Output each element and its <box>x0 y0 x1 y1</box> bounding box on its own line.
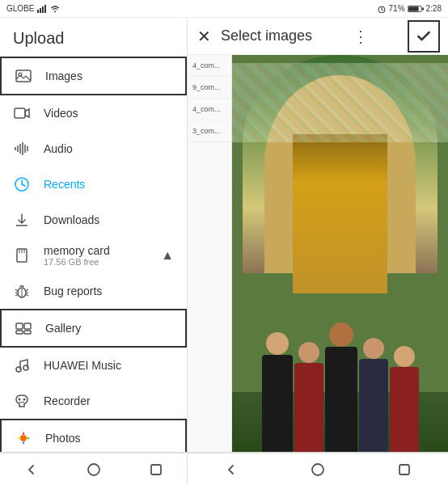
bottom-nav-left <box>0 453 188 485</box>
menu-item-huawei-music[interactable]: HUAWEI Music <box>0 348 187 383</box>
menu-item-audio[interactable]: Audio <box>0 131 187 167</box>
svg-rect-3 <box>44 5 46 13</box>
gallery-icon <box>15 319 32 337</box>
person-5-body <box>390 367 419 452</box>
confirm-button[interactable] <box>409 22 438 51</box>
checkmark-icon <box>416 28 432 44</box>
music-icon <box>13 356 31 374</box>
svg-rect-28 <box>24 331 31 334</box>
download-icon <box>13 211 31 229</box>
home-button-right[interactable] <box>294 458 341 482</box>
right-content: 4_com... 9_com... 4_com... 3_com... <box>188 55 448 452</box>
status-right: 71% 2:28 <box>377 4 442 13</box>
back-button-right[interactable] <box>208 458 255 482</box>
more-options-button[interactable]: ⋮ <box>346 25 375 48</box>
svg-rect-0 <box>37 10 39 13</box>
battery-icon <box>408 5 424 13</box>
menu-item-photos[interactable]: Photos <box>0 419 187 452</box>
images-label: Images <box>45 70 82 82</box>
person-4 <box>359 338 388 452</box>
photos-label: Photos <box>45 432 81 445</box>
file-item-3[interactable]: 3_com... <box>188 120 231 142</box>
back-button-left[interactable] <box>8 458 55 482</box>
person-4-body <box>359 359 388 452</box>
svg-point-31 <box>19 399 21 401</box>
recents-button-right[interactable] <box>381 458 428 482</box>
svg-rect-37 <box>151 465 161 474</box>
svg-line-21 <box>26 289 28 291</box>
carrier-label: GLOBE <box>6 4 34 13</box>
file-item-0[interactable]: 4_com... <box>188 55 231 77</box>
svg-rect-25 <box>16 323 23 329</box>
image-content[interactable] <box>232 55 448 452</box>
battery-label: 71% <box>389 4 405 13</box>
person-5 <box>390 346 419 452</box>
person-2-body <box>294 363 323 452</box>
person-4-head <box>363 338 384 359</box>
status-left: GLOBE <box>6 4 60 13</box>
header-left: ✕ Select images <box>197 27 312 44</box>
recorder-icon <box>13 392 31 410</box>
huawei-music-label: HUAWEI Music <box>44 359 121 372</box>
person-3-body <box>325 347 357 452</box>
svg-rect-7 <box>422 7 424 11</box>
bottom-nav-container <box>0 452 448 485</box>
flowers-decoration <box>232 63 448 142</box>
bottom-nav-right <box>188 453 448 485</box>
svg-point-32 <box>23 399 26 401</box>
upload-header: Upload <box>0 18 187 57</box>
gallery-label: Gallery <box>45 322 81 335</box>
memory-card-title: memory card <box>44 244 110 257</box>
menu-item-downloads[interactable]: Downloads <box>0 202 187 238</box>
select-images-title: Select images <box>221 27 312 44</box>
video-icon <box>13 104 31 122</box>
memory-card-sub: 17.56 GB free <box>44 257 110 267</box>
recents-label: Recents <box>44 178 85 191</box>
sd-icon <box>13 247 31 264</box>
svg-rect-10 <box>15 108 25 118</box>
group-photo <box>232 55 448 452</box>
people-row <box>232 174 448 452</box>
upload-panel: Upload Images <box>0 18 188 452</box>
svg-line-18 <box>15 289 18 291</box>
person-1-head <box>266 332 289 355</box>
audio-icon <box>13 140 31 158</box>
svg-point-36 <box>88 464 99 475</box>
file-item-2[interactable]: 4_com... <box>188 99 231 120</box>
recents-button-left[interactable] <box>133 458 180 482</box>
eject-icon[interactable]: ▲ <box>161 248 174 263</box>
status-bar: GLOBE 71% 2:28 <box>0 0 448 18</box>
audio-label: Audio <box>44 142 73 155</box>
videos-label: Videos <box>44 107 78 120</box>
svg-rect-6 <box>408 6 418 11</box>
recents-icon-right <box>397 462 412 477</box>
recorder-label: Recorder <box>44 394 91 407</box>
svg-rect-1 <box>40 8 41 13</box>
person-1-body <box>262 355 293 452</box>
svg-rect-27 <box>16 331 23 334</box>
person-3-head <box>329 323 353 347</box>
menu-item-recorder[interactable]: Recorder <box>0 383 187 419</box>
close-button[interactable]: ✕ <box>197 28 211 44</box>
person-2 <box>294 342 323 452</box>
main-container: Upload Images <box>0 18 448 452</box>
menu-item-memory-card[interactable]: memory card 17.56 GB free ▲ <box>0 238 187 273</box>
person-5-head <box>394 346 415 367</box>
svg-rect-8 <box>16 70 31 82</box>
menu-item-bug-reports[interactable]: Bug reports <box>0 273 187 309</box>
back-icon-left <box>24 462 39 477</box>
clock-icon <box>13 175 31 193</box>
menu-item-gallery[interactable]: Gallery <box>0 309 187 348</box>
svg-point-33 <box>20 435 27 441</box>
menu-item-recents[interactable]: Recents <box>0 167 187 202</box>
menu-item-videos[interactable]: Videos <box>0 95 187 131</box>
menu-item-images[interactable]: Images <box>0 57 187 95</box>
home-button-left[interactable] <box>70 458 117 482</box>
file-item-1[interactable]: 9_com... <box>188 77 231 99</box>
file-strip: 4_com... 9_com... 4_com... 3_com... <box>188 55 232 452</box>
bug-icon <box>13 282 31 300</box>
alarm-icon <box>377 5 387 13</box>
person-2-head <box>298 342 319 363</box>
memory-card-text: memory card 17.56 GB free <box>44 244 110 267</box>
signal-icon <box>37 5 47 13</box>
